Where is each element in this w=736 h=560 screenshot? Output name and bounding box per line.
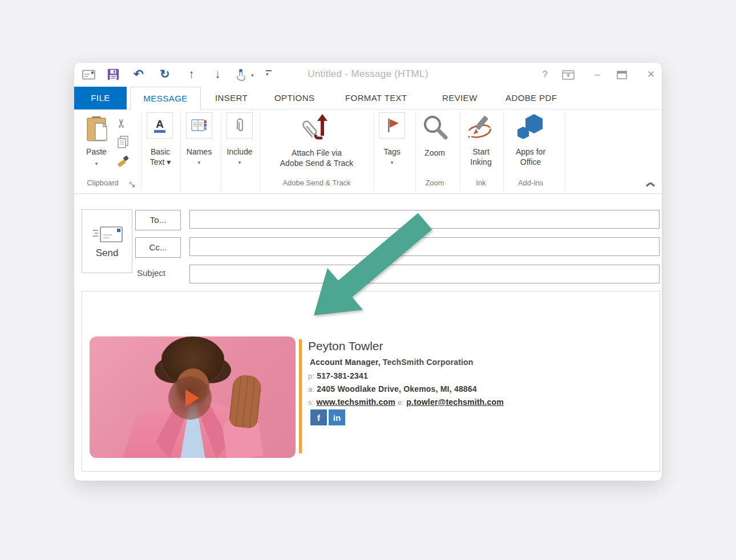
annotation-arrow bbox=[302, 213, 439, 324]
close-icon[interactable]: ✕ bbox=[644, 68, 658, 82]
tags-flag-icon[interactable] bbox=[379, 112, 405, 139]
copy-icon[interactable] bbox=[118, 136, 129, 151]
names-icon[interactable] bbox=[186, 112, 212, 139]
paste-dropdown-icon[interactable]: ▾ bbox=[80, 161, 113, 167]
to-button[interactable]: To... bbox=[135, 210, 181, 230]
signature-video-thumbnail[interactable] bbox=[90, 336, 296, 458]
video-play-button[interactable] bbox=[168, 376, 212, 420]
tab-adobe-pdf[interactable]: ADOBE PDF bbox=[506, 87, 557, 109]
names-dropdown-icon[interactable]: ▾ bbox=[180, 160, 218, 165]
adobe-group-label: Adobe Send & Track bbox=[260, 178, 374, 187]
person-waving-hand bbox=[228, 374, 262, 429]
signature-name: Peyton Towler bbox=[308, 339, 383, 353]
format-painter-icon[interactable] bbox=[116, 155, 130, 171]
basic-text-button[interactable]: Basic bbox=[141, 147, 180, 157]
basic-text-icon[interactable]: A bbox=[147, 112, 173, 139]
ribbon-display-options-icon[interactable] bbox=[562, 70, 575, 82]
include-dropdown-icon[interactable]: ▾ bbox=[221, 160, 258, 165]
send-envelope-icon bbox=[92, 225, 123, 247]
signature-company: TechSmith Corporation bbox=[381, 358, 474, 367]
names-button[interactable]: Names bbox=[180, 147, 218, 157]
zoom-group-label: Zoom bbox=[415, 178, 455, 187]
paste-icon[interactable] bbox=[86, 115, 108, 147]
maximize-icon[interactable] bbox=[617, 71, 627, 82]
apps-for-office-button-line2[interactable]: Office bbox=[509, 157, 552, 167]
send-button[interactable]: Send bbox=[82, 209, 132, 273]
send-button-label: Send bbox=[82, 247, 132, 259]
include-button[interactable]: Include bbox=[221, 147, 258, 157]
site-prefix: s: bbox=[308, 398, 314, 407]
cc-button[interactable]: Cc... bbox=[135, 237, 181, 258]
signature-phone-line: p: 517-381-2341 bbox=[308, 371, 368, 380]
attach-adobe-button[interactable]: Attach File via bbox=[260, 148, 374, 158]
signature-job-title: Account Manager, bbox=[310, 358, 381, 367]
apps-for-office-button[interactable]: Apps for bbox=[509, 147, 552, 157]
facebook-icon[interactable]: f bbox=[310, 409, 327, 425]
desktop-background: ↶ ↻ ↑ ↓ ▾ ▾ Untitled - Message (HTML) ? … bbox=[0, 0, 736, 560]
email-prefix: e: bbox=[398, 398, 404, 407]
attach-adobe-send-track-icon[interactable] bbox=[302, 113, 331, 145]
signature-title-line: Account Manager, TechSmith Corporation bbox=[310, 358, 474, 367]
group-separator bbox=[460, 113, 460, 190]
play-icon bbox=[185, 389, 199, 407]
start-inking-button-line2[interactable]: Inking bbox=[461, 157, 501, 167]
addins-group-label: Add-ins bbox=[509, 178, 552, 187]
tags-button[interactable]: Tags bbox=[373, 147, 411, 157]
clipboard-dialog-launcher-icon[interactable] bbox=[130, 180, 136, 190]
signature-address-line: a: 2405 Woodlake Drive, Okemos, MI, 4886… bbox=[308, 384, 477, 393]
tab-file[interactable]: FILE bbox=[74, 87, 127, 109]
group-separator bbox=[565, 113, 565, 190]
start-inking-button[interactable]: Start bbox=[461, 147, 501, 157]
email-link[interactable]: p.towler@techsmith.com bbox=[406, 397, 504, 407]
ink-group-label: Ink bbox=[461, 178, 501, 187]
address-prefix: a: bbox=[308, 385, 314, 393]
help-icon[interactable]: ? bbox=[537, 68, 552, 82]
address-text: 2405 Woodlake Drive, Okemos, MI, 48864 bbox=[317, 384, 476, 393]
tab-insert[interactable]: INSERT bbox=[215, 87, 248, 109]
title-bar: ↶ ↻ ↑ ↓ ▾ ▾ Untitled - Message (HTML) ? … bbox=[74, 63, 662, 87]
include-attach-icon[interactable] bbox=[227, 112, 253, 139]
collapse-ribbon-icon[interactable] bbox=[646, 182, 655, 188]
phone-number: 517-381-2341 bbox=[317, 371, 368, 380]
tab-review[interactable]: REVIEW bbox=[442, 87, 478, 109]
tab-format-text[interactable]: FORMAT TEXT bbox=[345, 87, 407, 109]
cut-icon[interactable]: ✂ bbox=[115, 118, 128, 128]
message-window: ↶ ↻ ↑ ↓ ▾ ▾ Untitled - Message (HTML) ? … bbox=[74, 63, 662, 481]
tab-message[interactable]: MESSAGE bbox=[130, 87, 201, 110]
attach-adobe-button-line2[interactable]: Adobe Send & Track bbox=[260, 159, 374, 168]
website-link[interactable]: www.techsmith.com bbox=[317, 397, 395, 407]
phone-prefix: p: bbox=[308, 372, 314, 380]
zoom-icon[interactable] bbox=[422, 114, 449, 144]
apps-for-office-icon[interactable] bbox=[515, 112, 546, 144]
basic-text-button-line2[interactable]: Text ▾ bbox=[141, 157, 180, 167]
subject-label: Subject bbox=[137, 268, 165, 278]
linkedin-icon[interactable]: in bbox=[329, 409, 345, 425]
signature-accent-bar bbox=[299, 339, 302, 453]
ribbon-tab-row: FILE MESSAGE INSERT OPTIONS FORMAT TEXT … bbox=[74, 87, 662, 109]
tags-dropdown-icon[interactable]: ▾ bbox=[373, 160, 411, 165]
tab-options[interactable]: OPTIONS bbox=[274, 87, 314, 109]
minimize-icon[interactable]: – bbox=[590, 68, 605, 82]
signature-social-icons: f in bbox=[310, 409, 345, 425]
start-inking-icon[interactable] bbox=[466, 114, 496, 145]
group-separator bbox=[503, 113, 504, 190]
clipboard-group-label: Clipboard bbox=[74, 178, 131, 187]
zoom-button[interactable]: Zoom bbox=[415, 148, 455, 158]
signature-web-line: s: www.techsmith.com e: p.towler@techsmi… bbox=[308, 397, 504, 407]
paste-button[interactable]: Paste bbox=[80, 147, 113, 157]
